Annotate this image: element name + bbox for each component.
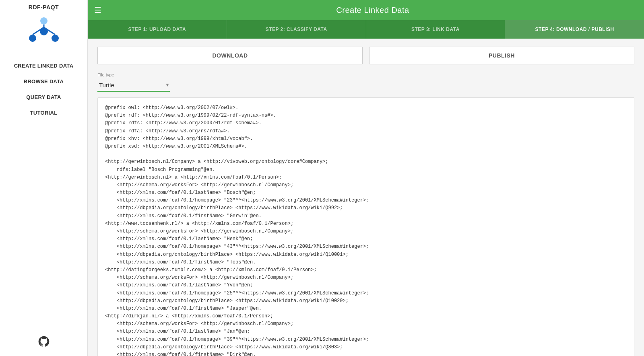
publish-button[interactable]: PUBLISH	[369, 47, 634, 64]
svg-point-1	[29, 35, 36, 42]
sidebar: RDF-PAQT CREATE LINKED DATA BROWSE DATA …	[0, 0, 88, 356]
rdf-content-block: @prefix owl: <http://www.w3.org/2002/07/…	[97, 97, 634, 356]
menu-icon[interactable]: ☰	[94, 5, 101, 15]
stepsbar: STEP 1: UPLOAD DATA STEP 2: CLASSIFY DAT…	[88, 20, 644, 39]
file-type-label: File type	[97, 72, 634, 77]
select-arrow-icon: ▼	[165, 82, 170, 88]
download-button[interactable]: DOWNLOAD	[97, 47, 363, 64]
sidebar-nav: CREATE LINKED DATA BROWSE DATA QUERY DAT…	[0, 58, 87, 121]
sidebar-item-query-data[interactable]: QUERY DATA	[0, 89, 87, 105]
step3-tab[interactable]: STEP 3: LINK DATA	[366, 20, 506, 39]
main-content: ☰ Create Linked Data STEP 1: UPLOAD DATA…	[88, 0, 644, 356]
sidebar-item-tutorial[interactable]: TUTORIAL	[0, 105, 87, 121]
sidebar-item-create-linked-data[interactable]: CREATE LINKED DATA	[0, 58, 87, 74]
github-icon[interactable]	[37, 335, 50, 350]
file-type-field: File type Turtle RDF/XML N-Triples JSON-…	[97, 72, 634, 92]
sidebar-item-browse-data[interactable]: BROWSE DATA	[0, 74, 87, 89]
file-type-select-wrapper: Turtle RDF/XML N-Triples JSON-LD ▼	[97, 79, 170, 92]
page-title: Create Linked Data	[108, 6, 638, 15]
step1-tab[interactable]: STEP 1: UPLOAD DATA	[88, 20, 227, 39]
step4-tab[interactable]: STEP 4: DOWNLOAD / PUBLISH	[505, 20, 644, 39]
svg-point-3	[40, 17, 47, 25]
content-area: DOWNLOAD PUBLISH File type Turtle RDF/XM…	[88, 39, 644, 356]
action-buttons: DOWNLOAD PUBLISH	[97, 47, 634, 64]
logo-container	[28, 16, 60, 50]
file-type-select[interactable]: Turtle RDF/XML N-Triples JSON-LD	[97, 79, 165, 91]
svg-point-2	[52, 35, 59, 42]
app-title: RDF-PAQT	[29, 4, 59, 10]
topbar: ☰ Create Linked Data	[88, 0, 644, 20]
app-logo	[28, 16, 60, 48]
step2-tab[interactable]: STEP 2: CLASSIFY DATA	[227, 20, 366, 39]
